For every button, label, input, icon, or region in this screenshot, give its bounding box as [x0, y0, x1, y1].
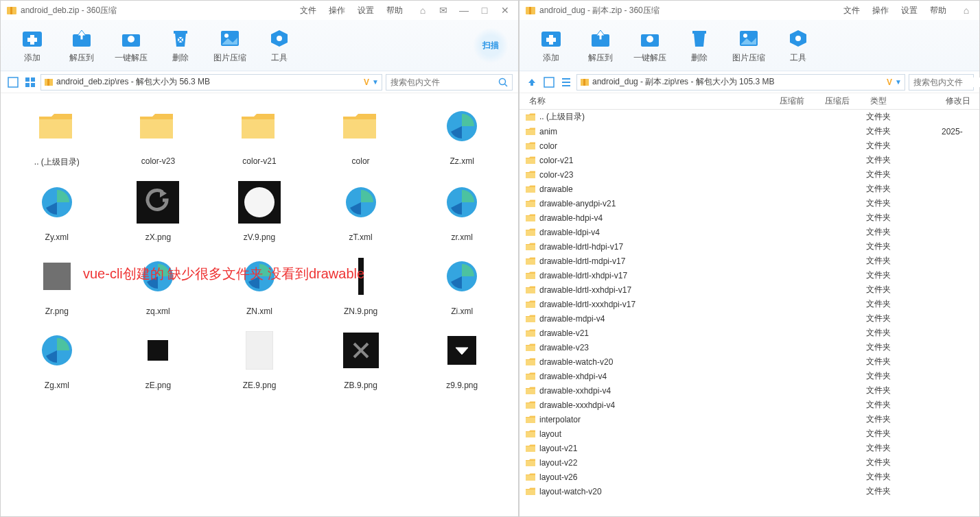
- file-item[interactable]: ZN.9.png: [313, 252, 409, 316]
- file-item[interactable]: zE.png: [110, 326, 207, 390]
- extract-to-button[interactable]: 解压到: [576, 27, 625, 64]
- col-before[interactable]: 压缩前: [775, 95, 821, 107]
- list-row[interactable]: anim文件夹2025-: [520, 124, 979, 139]
- menu-file[interactable]: 文件: [843, 5, 860, 16]
- list-row[interactable]: drawable-mdpi-v4文件夹: [520, 311, 979, 326]
- dropdown-icon[interactable]: ▼: [895, 78, 902, 86]
- view-list-icon[interactable]: [542, 75, 556, 89]
- menu-operate[interactable]: 操作: [329, 5, 345, 16]
- list-row[interactable]: drawable-hdpi-v4文件夹: [520, 211, 979, 225]
- view-detail-icon[interactable]: [559, 75, 573, 89]
- delete-button[interactable]: 删除: [675, 27, 724, 64]
- menu-help[interactable]: 帮助: [386, 5, 403, 16]
- list-row[interactable]: drawable-xhdpi-v4文件夹: [520, 369, 979, 383]
- file-item[interactable]: color-v23: [110, 101, 207, 168]
- search-input[interactable]: [390, 77, 498, 87]
- feedback-icon[interactable]: ✉: [436, 5, 451, 16]
- one-click-extract-button[interactable]: 一键解压: [625, 27, 675, 64]
- file-name: zr.xml: [452, 232, 473, 242]
- add-button[interactable]: 添加: [8, 27, 57, 64]
- maximize-button[interactable]: □: [477, 5, 492, 16]
- extract-to-button[interactable]: 解压到: [57, 27, 106, 64]
- col-name[interactable]: 名称: [525, 95, 775, 107]
- theme-icon[interactable]: ⌂: [959, 5, 974, 16]
- list-row[interactable]: drawable-ldrtl-xxxhdpi-v17文件夹: [520, 297, 979, 311]
- file-item[interactable]: color-v21: [211, 101, 307, 168]
- menu-settings[interactable]: 设置: [901, 5, 918, 16]
- list-row[interactable]: color文件夹: [520, 139, 979, 153]
- close-button[interactable]: ✕: [498, 5, 513, 16]
- list-row[interactable]: drawable-ldrtl-xxhdpi-v17文件夹: [520, 282, 979, 297]
- file-item[interactable]: ZE.9.png: [211, 326, 307, 390]
- list-row[interactable]: layout-watch-v20文件夹: [520, 484, 979, 498]
- file-item[interactable]: .. (上级目录): [9, 101, 105, 168]
- path-input[interactable]: V ▼: [576, 74, 905, 91]
- search-input[interactable]: [913, 77, 980, 87]
- file-item[interactable]: Zy.xml: [9, 178, 105, 242]
- add-button[interactable]: 添加: [526, 27, 576, 64]
- row-type: 文件夹: [866, 183, 942, 195]
- search-icon[interactable]: [498, 77, 508, 87]
- file-item[interactable]: zV.9.png: [211, 178, 307, 242]
- scan-badge[interactable]: 扫描: [474, 27, 508, 64]
- file-item[interactable]: Zg.xml: [9, 326, 105, 390]
- delete-button[interactable]: 删除: [156, 27, 205, 64]
- list-row[interactable]: drawable-v21文件夹: [520, 326, 979, 340]
- col-date[interactable]: 修改日: [942, 95, 979, 107]
- view-list-icon[interactable]: [6, 75, 20, 89]
- list-row[interactable]: drawable-anydpi-v21文件夹: [520, 196, 979, 211]
- menu-settings[interactable]: 设置: [358, 5, 374, 16]
- file-item[interactable]: Zi.xml: [414, 252, 510, 316]
- list-row[interactable]: drawable-ldrtl-xhdpi-v17文件夹: [520, 268, 979, 282]
- tools-button[interactable]: 工具: [255, 27, 304, 64]
- list-row[interactable]: color-v21文件夹: [520, 153, 979, 167]
- menu-help[interactable]: 帮助: [930, 5, 946, 16]
- file-item[interactable]: color: [313, 101, 409, 168]
- list-row[interactable]: drawable-v23文件夹: [520, 340, 979, 354]
- menu-file[interactable]: 文件: [300, 5, 316, 16]
- list-row[interactable]: drawable-xxxhdpi-v4文件夹: [520, 398, 979, 412]
- search-box[interactable]: [909, 74, 974, 91]
- file-item[interactable]: ZN.xml: [211, 252, 307, 316]
- list-row[interactable]: layout文件夹: [520, 426, 979, 441]
- list-row[interactable]: layout-v22文件夹: [520, 455, 979, 470]
- folder-icon: [525, 256, 536, 266]
- file-item[interactable]: ZB.9.png: [313, 326, 409, 390]
- file-item[interactable]: Zz.xml: [414, 101, 510, 168]
- menu-operate[interactable]: 操作: [872, 5, 889, 16]
- list-row[interactable]: drawable-ldrtl-hdpi-v17文件夹: [520, 239, 979, 254]
- image-compress-button[interactable]: 图片压缩: [724, 27, 773, 64]
- row-type: 文件夹: [866, 226, 942, 238]
- file-item[interactable]: zX.png: [110, 178, 207, 242]
- minimize-button[interactable]: —: [456, 5, 471, 16]
- image-compress-button[interactable]: 图片压缩: [205, 27, 255, 64]
- file-item[interactable]: Zr.png: [9, 252, 105, 316]
- list-row[interactable]: layout-v21文件夹: [520, 441, 979, 455]
- folder-icon: [525, 285, 536, 295]
- tools-button[interactable]: 工具: [773, 27, 823, 64]
- view-grid-icon[interactable]: [23, 75, 37, 89]
- list-row[interactable]: color-v23文件夹: [520, 167, 979, 182]
- list-row[interactable]: drawable-ldrtl-mdpi-v17文件夹: [520, 254, 979, 268]
- col-type[interactable]: 类型: [866, 95, 942, 107]
- list-row[interactable]: drawable文件夹: [520, 182, 979, 196]
- path-field[interactable]: [56, 77, 361, 87]
- one-click-extract-button[interactable]: 一键解压: [106, 27, 156, 64]
- file-item[interactable]: zT.xml: [313, 178, 409, 242]
- file-item[interactable]: zr.xml: [414, 178, 510, 242]
- col-after[interactable]: 压缩后: [821, 95, 866, 107]
- list-row[interactable]: drawable-xxhdpi-v4文件夹: [520, 383, 979, 398]
- list-row[interactable]: drawable-watch-v20文件夹: [520, 354, 979, 369]
- search-box[interactable]: [386, 74, 513, 91]
- path-field[interactable]: [592, 77, 884, 87]
- file-item[interactable]: z9.9.png: [414, 326, 510, 390]
- dropdown-icon[interactable]: ▼: [372, 78, 379, 86]
- list-row[interactable]: interpolator文件夹: [520, 412, 979, 426]
- file-item[interactable]: zq.xml: [110, 252, 207, 316]
- up-icon[interactable]: [525, 75, 539, 89]
- theme-icon[interactable]: ⌂: [415, 5, 430, 16]
- list-row[interactable]: drawable-ldpi-v4文件夹: [520, 225, 979, 239]
- list-row[interactable]: layout-v26文件夹: [520, 470, 979, 484]
- list-row[interactable]: .. (上级目录)文件夹: [520, 110, 979, 124]
- path-input[interactable]: V ▼: [40, 74, 382, 91]
